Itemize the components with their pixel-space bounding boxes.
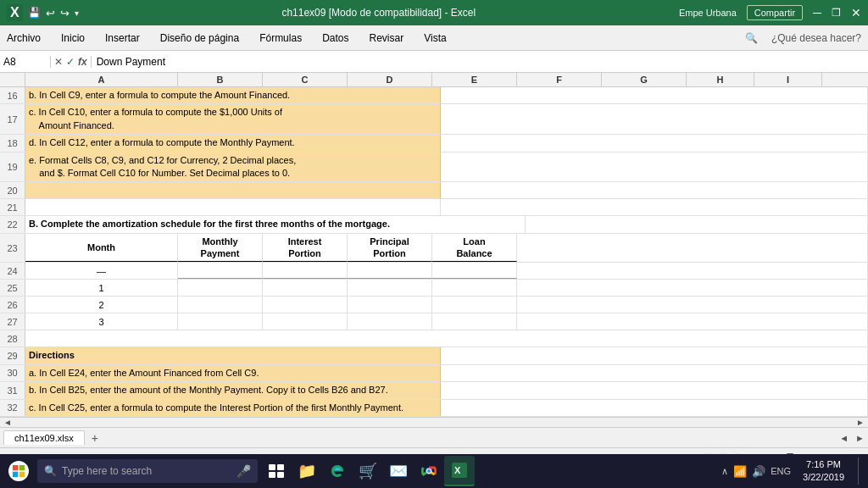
task-view-button[interactable] bbox=[261, 456, 292, 486]
cell-f18[interactable] bbox=[441, 135, 868, 151]
cell-c25[interactable] bbox=[263, 280, 348, 296]
confirm-formula-icon[interactable]: ✓ bbox=[66, 56, 75, 68]
cell-a18[interactable]: d. In Cell C12, enter a formula to compu… bbox=[25, 135, 441, 151]
file-explorer-button[interactable]: 📁 bbox=[292, 456, 322, 486]
cell-e26[interactable] bbox=[432, 297, 517, 313]
search-bar[interactable]: 🔍 Type here to search 🎤 bbox=[37, 459, 258, 483]
chevron-up-icon[interactable]: ∧ bbox=[721, 466, 728, 477]
cell-rest-27[interactable] bbox=[517, 313, 868, 330]
cell-a20[interactable] bbox=[25, 182, 441, 198]
cell-rest-30[interactable] bbox=[441, 365, 868, 381]
cell-e24[interactable] bbox=[432, 263, 517, 279]
tab-archivo[interactable]: Archivo bbox=[3, 29, 44, 47]
tab-revisar[interactable]: Revisar bbox=[366, 29, 408, 47]
cell-a27[interactable]: 3 bbox=[25, 313, 178, 330]
undo-icon[interactable]: ↩ bbox=[46, 7, 55, 19]
cell-rest-21[interactable] bbox=[441, 199, 868, 215]
col-header-a[interactable]: A bbox=[25, 73, 178, 86]
tab-datos[interactable]: Datos bbox=[319, 29, 352, 47]
share-button[interactable]: Compartir bbox=[747, 5, 803, 20]
horizontal-scrollbar[interactable]: ◄ ► bbox=[0, 417, 868, 427]
cell-rest-32[interactable] bbox=[441, 400, 868, 416]
cell-c26[interactable] bbox=[263, 297, 348, 313]
cell-d26[interactable] bbox=[348, 297, 432, 313]
cell-e23-loan[interactable]: LoanBalance bbox=[432, 234, 517, 263]
cell-c23-interest[interactable]: InterestPortion bbox=[263, 234, 348, 263]
cell-f17[interactable] bbox=[441, 104, 868, 134]
edge-button[interactable] bbox=[322, 456, 353, 486]
cell-b26[interactable] bbox=[178, 297, 263, 313]
clock-display[interactable]: 7:16 PM 3/22/2019 bbox=[796, 458, 851, 485]
scroll-left-icon[interactable]: ◄ bbox=[839, 433, 849, 443]
cell-a25[interactable]: 1 bbox=[25, 280, 178, 296]
mail-button[interactable]: ✉️ bbox=[383, 456, 414, 486]
show-desktop-icon[interactable] bbox=[858, 458, 861, 485]
store-button[interactable]: 🛒 bbox=[353, 456, 383, 486]
network-icon[interactable]: 📶 bbox=[733, 465, 747, 478]
col-header-i[interactable]: I bbox=[754, 73, 822, 86]
volume-icon[interactable]: 🔊 bbox=[752, 465, 765, 478]
cell-a28[interactable] bbox=[25, 330, 868, 347]
cell-f16[interactable] bbox=[441, 87, 868, 103]
col-header-d[interactable]: D bbox=[348, 73, 432, 86]
cell-a17[interactable]: c. In Cell C10, enter a formula to compu… bbox=[25, 104, 441, 134]
col-header-h[interactable]: H bbox=[687, 73, 754, 86]
add-sheet-button[interactable]: + bbox=[86, 430, 103, 446]
cell-e25[interactable] bbox=[432, 280, 517, 296]
cell-d23-principal[interactable]: PrincipalPortion bbox=[348, 234, 432, 263]
cell-a30[interactable]: a. In Cell E24, enter the Amount Finance… bbox=[25, 365, 441, 381]
cell-a31[interactable]: b. In Cell B25, enter the amount of the … bbox=[25, 382, 441, 398]
formula-input[interactable] bbox=[92, 56, 868, 68]
cell-b25[interactable] bbox=[178, 280, 263, 296]
tab-diseno[interactable]: Diseño de página bbox=[157, 29, 242, 47]
cell-c27[interactable] bbox=[263, 313, 348, 330]
cell-a19[interactable]: e. Format Cells C8, C9, and C12 for Curr… bbox=[25, 152, 441, 182]
col-header-b[interactable]: B bbox=[178, 73, 263, 86]
cell-rest-23[interactable] bbox=[517, 234, 868, 263]
insert-function-icon[interactable]: fx bbox=[78, 56, 87, 68]
cell-f19[interactable] bbox=[441, 152, 868, 182]
tab-insertar[interactable]: Insertar bbox=[102, 29, 143, 47]
col-header-f[interactable]: F bbox=[517, 73, 602, 86]
cell-rest-31[interactable] bbox=[441, 382, 868, 398]
search-mic-icon[interactable]: 🎤 bbox=[236, 464, 251, 478]
restore-button[interactable]: ❐ bbox=[832, 7, 841, 19]
cell-c24[interactable] bbox=[263, 263, 348, 279]
cell-d25[interactable] bbox=[348, 280, 432, 296]
close-button[interactable]: ✕ bbox=[851, 6, 861, 19]
cell-reference-box[interactable] bbox=[0, 56, 51, 68]
cell-a32[interactable]: c. In Cell C25, enter a formula to compu… bbox=[25, 400, 441, 416]
minimize-button[interactable]: ─ bbox=[813, 6, 821, 19]
scroll-right-icon[interactable]: ► bbox=[855, 433, 865, 443]
col-header-c[interactable]: C bbox=[263, 73, 348, 86]
cell-b23-monthly[interactable]: MonthlyPayment bbox=[178, 234, 263, 263]
cell-a21[interactable] bbox=[25, 199, 441, 215]
tab-inicio[interactable]: Inicio bbox=[58, 29, 88, 47]
cell-rest-25[interactable] bbox=[517, 280, 868, 296]
cell-rest-24[interactable] bbox=[517, 263, 868, 279]
cell-e27[interactable] bbox=[432, 313, 517, 330]
cell-b27[interactable] bbox=[178, 313, 263, 330]
chrome-button[interactable] bbox=[414, 456, 444, 486]
cell-rest-26[interactable] bbox=[517, 297, 868, 313]
redo-icon[interactable]: ↪ bbox=[60, 7, 70, 19]
cell-a24[interactable]: — bbox=[25, 263, 178, 279]
cell-rest-29[interactable] bbox=[441, 347, 868, 363]
cell-d24[interactable] bbox=[348, 263, 432, 279]
cancel-formula-icon[interactable]: ✕ bbox=[54, 56, 63, 68]
cell-a26[interactable]: 2 bbox=[25, 297, 178, 313]
sheet-tab-ch11ex09[interactable]: ch11ex09.xlsx bbox=[3, 430, 85, 445]
cell-d27[interactable] bbox=[348, 313, 432, 330]
col-header-e[interactable]: E bbox=[432, 73, 517, 86]
help-search-label[interactable]: ¿Qué desea hacer? bbox=[768, 29, 865, 47]
col-header-g[interactable]: G bbox=[602, 73, 687, 86]
cell-b24[interactable] bbox=[178, 263, 263, 279]
cell-a22[interactable]: B. Complete the amortization schedule fo… bbox=[25, 216, 526, 232]
cell-f20[interactable] bbox=[441, 182, 868, 198]
cell-a16[interactable]: b. In Cell C9, enter a formula to comput… bbox=[25, 87, 441, 103]
excel-taskbar-button[interactable]: X bbox=[444, 456, 475, 486]
save-icon[interactable]: 💾 bbox=[28, 7, 41, 19]
cell-a23-month[interactable]: Month bbox=[25, 234, 178, 263]
tab-formulas[interactable]: Fórmulas bbox=[256, 29, 305, 47]
cell-a29[interactable]: Directions bbox=[25, 347, 441, 363]
